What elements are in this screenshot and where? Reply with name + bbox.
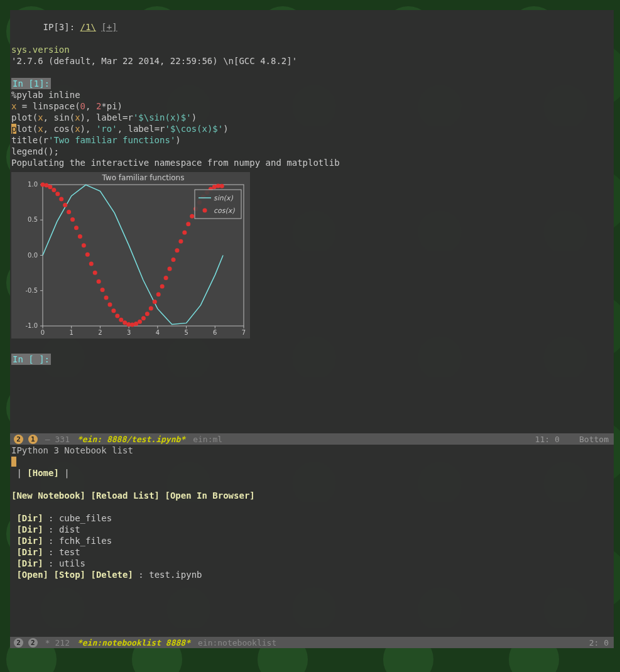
code-line[interactable]: %pylab inline: [10, 89, 614, 100]
svg-point-68: [190, 214, 194, 219]
svg-point-36: [70, 217, 75, 222]
cursor: [11, 457, 16, 467]
dir-name: fchk_files: [59, 536, 112, 546]
svg-text:1: 1: [70, 329, 73, 336]
svg-point-67: [186, 222, 190, 226]
svg-text:1.0: 1.0: [28, 181, 38, 188]
svg-point-46: [107, 303, 112, 307]
svg-point-33: [59, 197, 63, 201]
svg-point-61: [164, 276, 168, 280]
svg-text:4: 4: [156, 329, 160, 336]
dir-link[interactable]: [Dir]: [16, 558, 43, 568]
svg-point-66: [182, 230, 187, 235]
svg-text:0.0: 0.0: [28, 252, 38, 259]
window-badge[interactable]: 2: [28, 638, 38, 648]
svg-point-51: [126, 322, 131, 327]
svg-point-29: [44, 183, 48, 187]
svg-point-63: [171, 257, 176, 262]
svg-point-30: [48, 185, 52, 189]
workspace-badge[interactable]: 2: [14, 435, 23, 444]
svg-text:6: 6: [213, 329, 217, 336]
svg-point-42: [93, 271, 97, 275]
svg-point-80: [203, 209, 207, 213]
svg-point-32: [55, 192, 60, 196]
delete-button[interactable]: [Delete]: [90, 570, 133, 580]
dir-name: cube_files: [59, 513, 112, 523]
cell-prompt: In [1]:: [10, 78, 614, 89]
svg-point-47: [111, 308, 116, 313]
svg-point-59: [156, 292, 161, 296]
code-line[interactable]: plot(x, cos(x), 'ro', label=r'$\cos(x)$'…: [10, 123, 614, 134]
code-line[interactable]: legend();: [10, 146, 614, 157]
major-mode: ein:notebooklist: [194, 638, 280, 648]
svg-point-41: [89, 261, 94, 266]
line-col: 11: 0: [535, 435, 560, 444]
svg-point-65: [178, 239, 183, 244]
dir-link[interactable]: [Dir]: [16, 524, 43, 534]
svg-point-74: [212, 185, 217, 189]
window-badge[interactable]: 1: [28, 435, 38, 444]
list-item: [Dir] : cube_files: [10, 512, 614, 524]
dir-name: test: [59, 547, 80, 557]
dir-name: utils: [59, 558, 85, 568]
output-line: Populating the interactive namespace fro…: [10, 157, 614, 168]
svg-point-44: [101, 288, 105, 292]
svg-text:cos(x): cos(x): [214, 207, 235, 215]
notebook-name: test.ipynb: [149, 570, 202, 580]
svg-point-60: [160, 285, 165, 289]
dir-link[interactable]: [Dir]: [16, 547, 43, 557]
svg-point-55: [141, 316, 146, 320]
buffer-name: *ein:notebooklist 8888*: [73, 638, 194, 648]
list-item: [Dir] : dist: [10, 524, 614, 535]
tab-prefix: IP[3]:: [43, 22, 75, 32]
svg-point-40: [85, 252, 90, 257]
svg-point-54: [138, 320, 142, 324]
svg-point-52: [130, 322, 134, 327]
workspace-badge[interactable]: 2: [14, 638, 23, 648]
svg-point-45: [104, 295, 109, 300]
output-line: '2.7.6 (default, Mar 22 2014, 22:59:56) …: [10, 55, 614, 67]
open-button[interactable]: [Open]: [16, 570, 48, 580]
svg-text:2: 2: [98, 329, 102, 336]
tab-add[interactable]: [+]: [101, 22, 117, 32]
modeline-top: 2 1 – 331 *ein: 8888/test.ipynb* ein:ml …: [10, 433, 614, 445]
code-line[interactable]: title(r'Two familiar functions'): [10, 134, 614, 146]
major-mode: ein:ml: [189, 435, 226, 444]
code-line[interactable]: plot(x, sin(x), label=r'$\sin(x)$'): [10, 112, 614, 123]
new-notebook-button[interactable]: [New Notebook]: [11, 490, 85, 501]
list-item: [Open] [Stop] [Delete] : test.ipynb: [10, 569, 614, 580]
dir-link[interactable]: [Dir]: [16, 513, 43, 523]
code-line[interactable]: sys.version: [10, 44, 614, 55]
tab-bar: IP[3]: /1\ [+]: [10, 10, 614, 44]
dir-link[interactable]: [Dir]: [16, 536, 43, 546]
open-in-browser-button[interactable]: [Open In Browser]: [165, 490, 254, 501]
plot-output: Two familiar functions01234567-1.0-0.50.…: [11, 172, 250, 339]
svg-text:sin(x): sin(x): [214, 194, 234, 202]
svg-point-37: [74, 225, 79, 230]
svg-text:-0.5: -0.5: [25, 287, 38, 294]
svg-point-28: [41, 183, 45, 187]
code-line[interactable]: x = linspace(0, 2*pi): [10, 100, 614, 112]
svg-point-53: [134, 322, 138, 326]
svg-point-31: [52, 188, 56, 192]
svg-point-57: [149, 306, 153, 310]
modeline-bottom: 2 2 * 212 *ein:notebooklist 8888* ein:no…: [10, 637, 614, 648]
scroll-pos: Bottom: [579, 435, 609, 444]
empty-cell[interactable]: [10, 365, 614, 376]
svg-point-75: [216, 184, 220, 188]
svg-point-56: [145, 312, 150, 316]
svg-text:Two familiar functions: Two familiar functions: [102, 173, 185, 182]
home-link[interactable]: [Home]: [27, 468, 59, 478]
tab-active[interactable]: /1\: [80, 22, 96, 32]
svg-text:0: 0: [41, 329, 45, 336]
svg-point-62: [168, 267, 172, 271]
stop-button[interactable]: [Stop]: [53, 570, 85, 580]
svg-point-49: [119, 318, 123, 322]
svg-point-34: [63, 203, 67, 207]
svg-point-39: [82, 243, 86, 247]
reload-list-button[interactable]: [Reload List]: [90, 490, 160, 501]
cell-prompt: In [ ]:: [10, 354, 614, 365]
svg-point-64: [175, 248, 179, 252]
line-col: 2: 0: [589, 638, 609, 648]
svg-text:-1.0: -1.0: [25, 322, 38, 329]
